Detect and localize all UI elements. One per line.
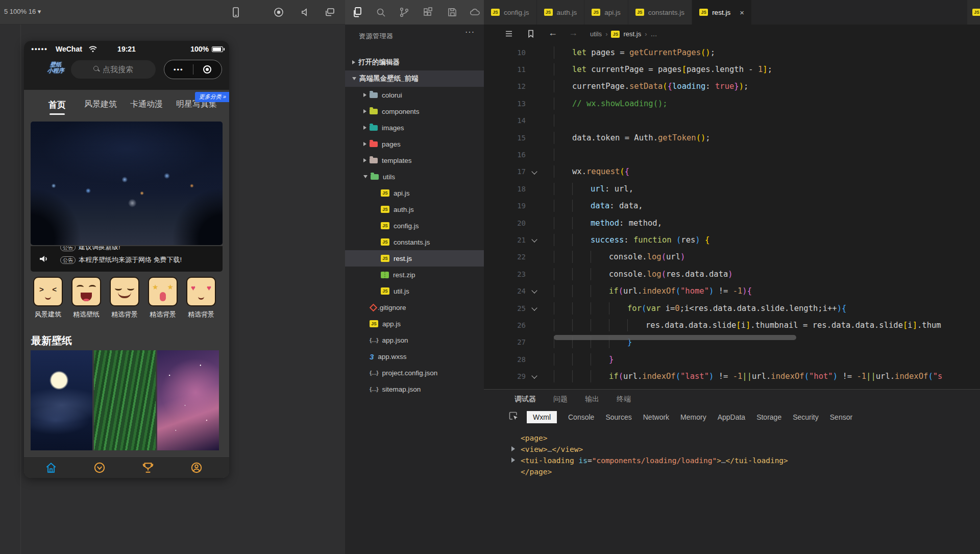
cloud-icon[interactable]	[469, 6, 481, 18]
editor-tab-api-js[interactable]: JSapi.js	[584, 0, 628, 25]
tree-item-sitemap.json[interactable]: {…}sitemap.json	[345, 381, 484, 397]
code-line-25[interactable]: 25for(var i=0;i<res.data.data.slide.leng…	[484, 300, 980, 317]
more-dots-icon[interactable]: •••	[164, 66, 193, 74]
outline-list-icon[interactable]	[504, 29, 513, 40]
tree-item-auth.js[interactable]: JSauth.js	[345, 201, 484, 218]
code-line-29[interactable]: 29if(url.indexOf("last") != -1||url.inde…	[484, 368, 980, 384]
inspect-element-icon[interactable]	[508, 411, 519, 423]
wallpaper-thumb-nebula[interactable]	[157, 350, 219, 450]
tree-item-app.json[interactable]: {…}app.json	[345, 332, 484, 348]
code-line-24[interactable]: 24if(url.indexOf("home") != -1){	[484, 282, 980, 299]
save-icon[interactable]	[446, 6, 458, 18]
exit-target-icon[interactable]	[193, 65, 222, 74]
category-item-5[interactable]: ♥♥精选背景	[183, 277, 219, 319]
record-icon[interactable]	[273, 6, 285, 18]
code-line-22[interactable]: 22console.log(url)	[484, 249, 980, 266]
tree-item-images[interactable]: images	[345, 119, 484, 136]
devtools-tab-sources[interactable]: Sources	[605, 413, 631, 421]
navigate-back-icon[interactable]: ←	[548, 28, 557, 38]
code-line-17[interactable]: 17wx.request({	[484, 163, 980, 180]
code-line-13[interactable]: 13// wx.showLoading();	[484, 95, 980, 112]
devtools-tab-appdata[interactable]: AppData	[718, 413, 745, 421]
explorer-more-actions[interactable]: ···	[465, 28, 475, 37]
expand-arrow-icon[interactable]	[511, 446, 515, 451]
mute-speaker-icon[interactable]	[299, 6, 311, 18]
debugger-tab-4[interactable]: 终端	[617, 395, 631, 404]
nav-item-me[interactable]: 我的	[179, 461, 214, 478]
devtools-tab-console[interactable]: Console	[568, 413, 594, 421]
fold-chevron-icon[interactable]	[531, 305, 537, 310]
code-line-10[interactable]: 10let pages = getCurrentPages();	[484, 44, 980, 61]
code-line-11[interactable]: 11let currentPage = pages[pages.length -…	[484, 61, 980, 78]
category-item-4[interactable]: ★★精选背景	[145, 277, 181, 319]
device-scale-selector[interactable]: 5 100% 16 ▾	[4, 8, 41, 15]
phone-tab-1[interactable]: 首页	[48, 99, 66, 111]
code-line-14[interactable]: 14	[484, 112, 980, 129]
breadcrumb-segment[interactable]: …	[650, 30, 657, 38]
devtools-tab-memory[interactable]: Memory	[680, 413, 706, 421]
fold-chevron-icon[interactable]	[531, 373, 537, 379]
horizontal-scrollbar[interactable]	[554, 335, 796, 340]
code-line-12[interactable]: 12currentPage.setData({loading: true});	[484, 78, 980, 95]
hero-wallpaper-slide[interactable]	[31, 122, 223, 245]
tree-item-api.js[interactable]: JSapi.js	[345, 185, 484, 201]
breadcrumb-segment[interactable]: utils	[590, 30, 602, 38]
tree-item-app.wxss[interactable]: 3app.wxss	[345, 348, 484, 365]
close-tab-icon[interactable]: ×	[740, 8, 744, 17]
overflow-tab[interactable]: JS	[967, 0, 980, 25]
tree-item-app.js[interactable]: JSapp.js	[345, 316, 484, 332]
bookmark-icon[interactable]	[527, 29, 535, 40]
debugger-tab-2[interactable]: 问题	[553, 395, 568, 404]
capsule-menu[interactable]: •••	[164, 60, 222, 79]
code-line-16[interactable]: 16	[484, 146, 980, 163]
fold-chevron-icon[interactable]	[531, 288, 537, 294]
code-line-23[interactable]: 23console.log(res.data.data)	[484, 266, 980, 282]
wallpaper-thumb-grass[interactable]	[94, 350, 156, 450]
code-line-26[interactable]: 26res.data.data.slide[i].thumbnail = res…	[484, 317, 980, 333]
debugger-tab-1[interactable]: 调试器	[514, 395, 536, 404]
category-item-3[interactable]: 精选背景	[107, 277, 142, 319]
search-input[interactable]: 点我搜索	[71, 60, 156, 79]
breadcrumb[interactable]: utils›JSrest.js›…	[590, 30, 657, 38]
editor-tab-auth-js[interactable]: JSauth.js	[537, 0, 585, 25]
tree-item-templates[interactable]: templates	[345, 152, 484, 168]
phone-tab-2[interactable]: 风景建筑	[84, 99, 117, 110]
tree-item-rest.zip[interactable]: rest.zip	[345, 267, 484, 283]
tree-item-constants.js[interactable]: JSconstants.js	[345, 234, 484, 250]
wxml-node-3[interactable]: <tui-loading is="components/loading/load…	[511, 455, 788, 466]
expand-arrow-icon[interactable]	[511, 457, 515, 463]
devtools-tab-storage[interactable]: Storage	[756, 413, 781, 421]
nav-item-home[interactable]: 首页	[33, 461, 69, 478]
code-line-15[interactable]: 15data.token = Auth.getToken();	[484, 129, 980, 146]
category-item-2[interactable]: 精选壁纸	[68, 277, 104, 319]
code-line-28[interactable]: 28}	[484, 351, 980, 368]
devtools-tab-wxml[interactable]: Wxml	[527, 411, 557, 423]
extensions-icon[interactable]	[422, 6, 434, 18]
code-line-21[interactable]: 21success: function (res) {	[484, 231, 980, 248]
tree-item-colorui[interactable]: colorui	[345, 87, 484, 103]
phone-mode-icon[interactable]	[230, 6, 242, 18]
fold-chevron-icon[interactable]	[531, 237, 537, 243]
tree-item-utils[interactable]: utils	[345, 168, 484, 185]
wxml-tree[interactable]: <page><view>…</view><tui-loading is="com…	[511, 432, 788, 477]
editor-tab-constants-js[interactable]: JSconstants.js	[628, 0, 692, 25]
tree-item-project.config.json[interactable]: {…}project.config.json	[345, 365, 484, 381]
devtools-tab-sensor[interactable]: Sensor	[830, 413, 852, 421]
category-item-1[interactable]: ><风景建筑	[30, 277, 66, 319]
search-panel-icon[interactable]	[375, 6, 387, 18]
tree-item-.gitignore[interactable]: .gitignore	[345, 299, 484, 316]
tree-item-pages[interactable]: pages	[345, 136, 484, 152]
nav-item-rank[interactable]: 榜单	[130, 461, 166, 478]
navigate-forward-icon[interactable]: →	[569, 28, 578, 38]
wxml-node-1[interactable]: <page>	[511, 432, 788, 444]
debugger-tab-3[interactable]: 输出	[585, 395, 599, 404]
tree-item-util.js[interactable]: JSutil.js	[345, 283, 484, 299]
nav-item-category[interactable]: 分类	[82, 461, 117, 478]
tree-item-rest.js[interactable]: JSrest.js	[345, 250, 484, 267]
code-line-20[interactable]: 20method: method,	[484, 214, 980, 231]
tree-item--[interactable]: 打开的编辑器	[345, 54, 484, 70]
wallpaper-thumb-moon[interactable]	[31, 350, 92, 450]
phone-tab-3[interactable]: 卡通动漫	[130, 99, 163, 110]
wxml-node-4[interactable]: </page>	[511, 466, 788, 477]
editor-tab-config-js[interactable]: JSconfig.js	[484, 0, 537, 25]
